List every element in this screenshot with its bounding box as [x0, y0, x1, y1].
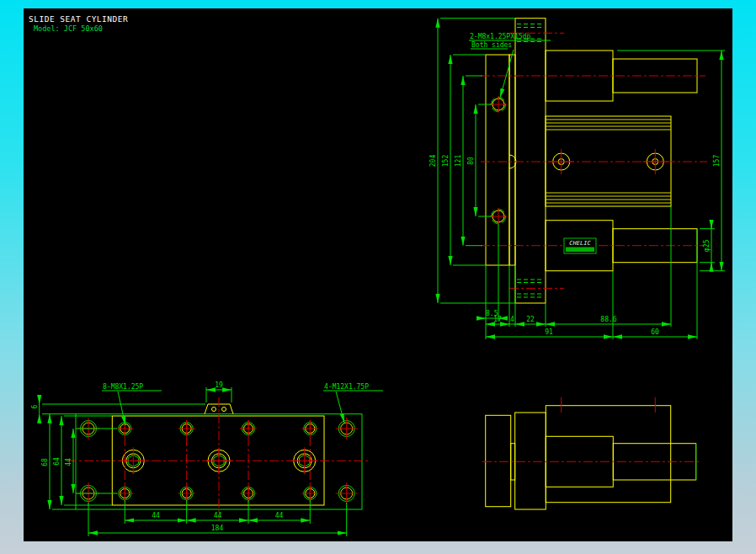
dim-80: 80 — [467, 157, 475, 165]
dim-157: 157 — [713, 155, 721, 168]
dim-rod-dia: φ25 — [703, 239, 711, 252]
dim-204: 204 — [429, 155, 437, 168]
dim-60: 60 — [651, 328, 659, 336]
dim-6: 6 — [31, 404, 39, 408]
dim-19: 19 — [215, 381, 223, 389]
side-view-dimensions: 204 152 121 80 157 — [429, 19, 725, 339]
thread-callout-line2: Both sides — [471, 41, 512, 49]
brand-label: CHELIC — [564, 238, 596, 253]
dim-88p6: 88.6 — [600, 316, 616, 323]
dim-152: 152 — [442, 155, 450, 168]
plan-view: 8-M8X1.25P 4-M12X1.75P 19 6 — [31, 381, 384, 537]
dim-44-left: 44 — [65, 458, 72, 466]
dim-91: 91 — [545, 328, 553, 336]
dim-44-c: 44 — [275, 512, 284, 519]
m12-callout: 4-M12X1.75P — [324, 383, 369, 391]
plan-view-dimensions: 8-M8X1.25P 4-M12X1.75P 19 6 — [31, 381, 384, 537]
dim-17: 17 — [493, 316, 502, 323]
dim-44-a: 44 — [152, 512, 160, 519]
dim-121: 121 — [455, 155, 462, 168]
end-view-geometry — [486, 406, 696, 509]
end-view — [482, 397, 701, 509]
dim-64: 64 — [53, 457, 61, 466]
m8-callout: 8-M8X1.25P — [103, 383, 143, 391]
dim-68: 68 — [41, 458, 49, 466]
brand-text: CHELIC — [569, 240, 591, 247]
dim-22: 22 — [526, 316, 535, 323]
side-view-geometry — [486, 19, 697, 303]
side-view: CHELIC 204 152 121 — [429, 19, 725, 339]
side-view-hidden-lines — [517, 24, 544, 298]
drawing-canvas: SLIDE SEAT CYLINDER Model: JCF 50x60 — [24, 8, 732, 541]
dim-4: 4 — [510, 316, 514, 323]
thread-callout-line1: 2-M8x1.25PX15dp — [470, 33, 530, 40]
cad-drawing: CHELIC 204 152 121 — [24, 8, 732, 541]
dim-44-b: 44 — [214, 512, 222, 519]
dim-184: 184 — [211, 525, 224, 532]
